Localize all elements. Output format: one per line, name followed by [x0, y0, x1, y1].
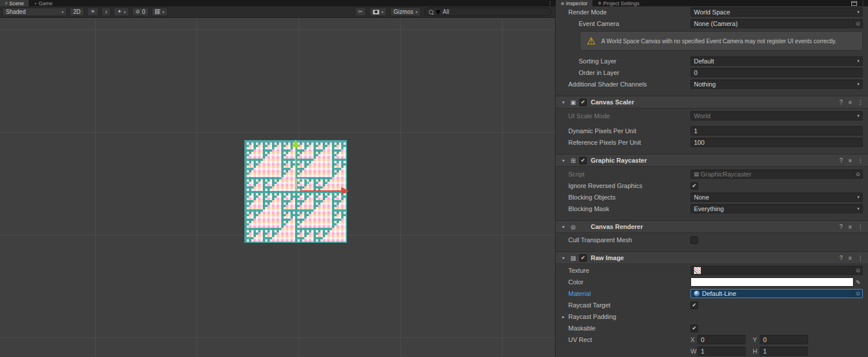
game-tab-icon: ◗ — [34, 1, 36, 5]
toggle-2d-button[interactable]: 2D — [70, 7, 84, 16]
foldout-open-icon[interactable]: ▼ — [561, 100, 567, 104]
canvas-scaler-enabled-checkbox[interactable]: ✔ — [579, 99, 587, 106]
move-gizmo-x-axis[interactable] — [300, 190, 342, 191]
kebab-menu-icon[interactable]: ⋮ — [858, 255, 863, 261]
raycast-target-checkbox[interactable]: ✔ — [690, 302, 698, 309]
object-picker-icon[interactable]: ⊙ — [853, 290, 862, 298]
help-icon[interactable]: ? — [840, 224, 843, 230]
cull-transparent-mesh-checkbox[interactable] — [690, 236, 698, 244]
ignore-reversed-graphics-row: Ignore Reversed Graphics ✔ — [556, 180, 868, 191]
scene-search-input[interactable] — [443, 9, 547, 15]
uv-w-value: 1 — [701, 348, 704, 355]
kebab-menu-icon[interactable]: ⋮ — [858, 99, 863, 106]
preset-icon[interactable]: ≡ — [848, 99, 852, 106]
foldout-open-icon[interactable]: ▼ — [561, 159, 567, 163]
render-mode-dropdown[interactable]: World Space ▾ — [690, 7, 863, 17]
tab-project-settings[interactable]: ⚙ Project Settings — [592, 0, 644, 6]
object-picker-icon[interactable]: ⊙ — [853, 20, 862, 28]
object-picker-icon[interactable]: ⊙ — [853, 266, 862, 275]
kebab-menu-icon[interactable]: ⋮ — [548, 1, 552, 6]
uv-x-input[interactable]: 0 — [697, 335, 746, 344]
gizmos-dropdown[interactable]: Gizmos ▾ — [390, 7, 421, 16]
help-icon[interactable]: ? — [840, 157, 843, 164]
scene-viewport[interactable] — [0, 18, 555, 357]
graphic-raycaster-title: Graphic Raycaster — [591, 157, 647, 164]
scene-camera-dropdown[interactable]: ▾ — [369, 7, 387, 16]
grid-settings-dropdown[interactable]: ▾ — [152, 7, 168, 16]
ignore-reversed-graphics-checkbox[interactable]: ✔ — [690, 182, 698, 190]
uv-h-input[interactable]: 1 — [760, 347, 808, 356]
foldout-open-icon[interactable]: ▼ — [561, 225, 567, 229]
chevron-down-icon: ▾ — [857, 206, 859, 211]
raw-image-header[interactable]: ▼ ▨ ✔ Raw Image ? ≡ ⋮ — [556, 251, 868, 264]
help-icon[interactable]: ? — [840, 99, 843, 106]
move-gizmo-center-handle[interactable] — [296, 179, 308, 190]
header-icons: ? ≡ ⋮ — [840, 255, 863, 261]
move-gizmo-x-arrowhead — [341, 187, 349, 195]
kebab-menu-icon[interactable]: ⋮ — [861, 1, 865, 6]
cull-transparent-mesh-row: Cull Transparent Mesh — [556, 234, 868, 246]
tab-inspector-label: Inspector — [566, 1, 587, 6]
foldout-closed-icon[interactable]: ► — [561, 315, 568, 319]
blocking-objects-dropdown[interactable]: None ▾ — [690, 193, 863, 202]
scene-visibility-toggle[interactable]: ⊘ 0 — [132, 7, 149, 16]
material-object-field[interactable]: Default-Line ⊙ — [690, 289, 863, 298]
order-in-layer-label: Order in Layer — [568, 69, 690, 76]
tab-inspector[interactable]: ◉ Inspector — [556, 0, 592, 6]
blocking-objects-row: Blocking Objects None ▾ — [556, 191, 868, 203]
dynamic-ppu-input[interactable]: 1 — [690, 126, 863, 136]
additional-shader-channels-dropdown[interactable]: Nothing ▾ — [690, 80, 863, 89]
reference-ppu-input[interactable]: 100 — [690, 138, 863, 147]
header-icons: ? ≡ ⋮ — [840, 157, 863, 164]
scene-search-field[interactable]: ▾ — [424, 7, 552, 16]
raw-image-enabled-checkbox[interactable]: ✔ — [579, 254, 587, 262]
editor-tools-button[interactable]: ✂ — [355, 7, 367, 16]
raycast-target-label: Raycast Target — [568, 302, 690, 309]
scene-audio-button[interactable]: ♪ — [101, 7, 111, 16]
tab-project-settings-label: Project Settings — [603, 1, 639, 6]
preset-icon[interactable]: ≡ — [848, 224, 852, 230]
maximize-window-icon[interactable] — [851, 1, 857, 6]
uv-y-input[interactable]: 0 — [760, 335, 808, 344]
graphic-raycaster-header[interactable]: ▼ ⊞ ✔ Graphic Raycaster ? ≡ ⋮ — [556, 154, 868, 167]
sorting-layer-dropdown[interactable]: Default ▾ — [690, 57, 863, 66]
canvas-scaler-header[interactable]: ▼ ▣ ✔ Canvas Scaler ? ≡ ⋮ — [556, 96, 868, 108]
raycast-target-row: Raycast Target ✔ — [556, 299, 868, 311]
tab-game[interactable]: ◗ Game — [29, 0, 58, 6]
script-row: Script ▤ GraphicRaycaster ⊙ — [556, 168, 868, 180]
chevron-down-icon: ▾ — [436, 6, 440, 17]
tab-scene-label: Scene — [9, 1, 24, 6]
help-icon[interactable]: ? — [840, 255, 843, 261]
texture-object-field[interactable]: ⊙ — [690, 266, 863, 275]
foldout-open-icon[interactable]: ▼ — [561, 256, 567, 260]
ui-scale-mode-label: UI Scale Mode — [568, 112, 690, 119]
chevron-down-icon: ▾ — [857, 59, 859, 63]
preset-icon[interactable]: ≡ — [848, 157, 852, 164]
color-swatch[interactable] — [690, 277, 854, 287]
toggle-2d-label: 2D — [73, 9, 81, 15]
tab-scene[interactable]: # Scene — [0, 0, 29, 6]
maskable-checkbox[interactable]: ✔ — [690, 325, 698, 332]
kebab-menu-icon[interactable]: ⋮ — [858, 157, 863, 164]
blocking-mask-label: Blocking Mask — [568, 205, 690, 212]
graphic-raycaster-enabled-checkbox[interactable]: ✔ — [579, 157, 587, 164]
scene-lighting-button[interactable]: ☀ — [87, 7, 99, 16]
raw-image-title: Raw Image — [591, 254, 624, 261]
material-row: Material Default-Line ⊙ — [556, 288, 868, 299]
chevron-down-icon: ▾ — [857, 82, 859, 87]
preset-icon[interactable]: ≡ — [848, 255, 852, 261]
eyedropper-icon[interactable]: ✎ — [854, 279, 863, 285]
uv-y-value: 0 — [763, 336, 767, 343]
event-camera-object-field[interactable]: None (Camera) ⊙ — [690, 19, 863, 28]
material-label: Material — [568, 290, 690, 297]
scene-effects-dropdown[interactable]: ✦ ▾ — [114, 7, 129, 16]
shading-mode-dropdown[interactable]: Shaded ▾ — [2, 7, 67, 16]
blocking-mask-dropdown[interactable]: Everything ▾ — [690, 204, 863, 213]
uv-w-pair: W 1 — [690, 347, 746, 356]
uv-w-input[interactable]: 1 — [697, 347, 746, 356]
scene-tab-icon: # — [5, 1, 7, 5]
additional-shader-channels-row: Additional Shader Channels Nothing ▾ — [556, 78, 868, 90]
order-in-layer-input[interactable]: 0 — [690, 68, 863, 77]
canvas-renderer-header[interactable]: ▼ ◎ Canvas Renderer ? ≡ ⋮ — [556, 220, 868, 233]
kebab-menu-icon[interactable]: ⋮ — [858, 224, 863, 230]
